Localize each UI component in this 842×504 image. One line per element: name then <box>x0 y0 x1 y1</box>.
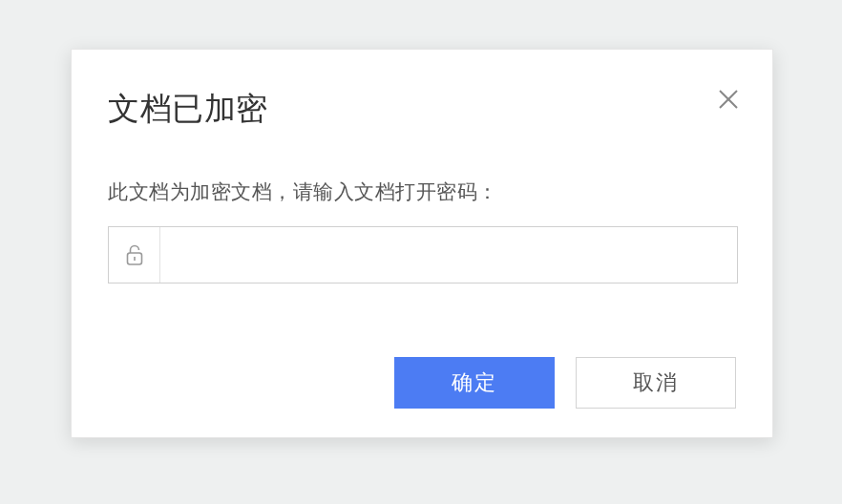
close-button[interactable] <box>711 82 746 116</box>
password-input[interactable] <box>160 227 737 283</box>
close-icon <box>717 88 740 111</box>
cancel-button[interactable]: 取消 <box>576 357 736 409</box>
dialog-title: 文档已加密 <box>108 88 268 131</box>
lock-icon <box>109 227 160 283</box>
button-row: 确定 取消 <box>394 357 736 409</box>
password-dialog: 文档已加密 此文档为加密文档，请输入文档打开密码： 确定 取消 <box>71 49 773 438</box>
confirm-button[interactable]: 确定 <box>394 357 555 409</box>
password-field-wrap <box>108 226 738 284</box>
prompt-text: 此文档为加密文档，请输入文档打开密码： <box>108 178 498 205</box>
